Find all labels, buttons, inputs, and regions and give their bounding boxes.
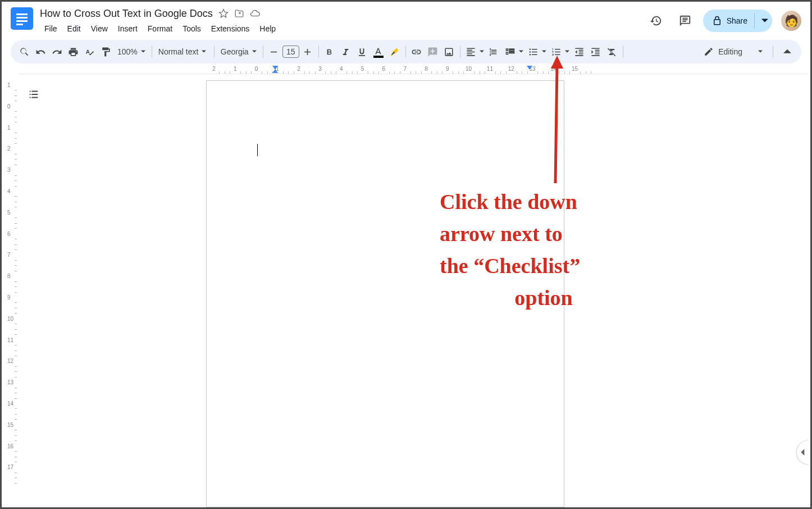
italic-icon[interactable] [338, 44, 354, 60]
lock-icon [712, 16, 722, 26]
paragraph-style-select[interactable]: Normal text [155, 47, 211, 56]
insert-comment-icon[interactable] [425, 44, 441, 60]
align-icon[interactable] [463, 44, 479, 60]
side-panel-toggle[interactable] [796, 440, 809, 465]
annotation-line: the “Checklist” [440, 250, 647, 282]
paragraph-style-value: Normal text [158, 47, 199, 56]
insert-image-icon[interactable] [441, 44, 457, 60]
bold-icon[interactable] [322, 44, 337, 60]
search-menus-icon[interactable] [16, 44, 32, 60]
highlight-icon[interactable] [387, 44, 403, 60]
zoom-select[interactable]: 100% [114, 47, 149, 56]
cloud-status-icon[interactable] [250, 8, 260, 19]
chevron-down-icon [141, 49, 145, 54]
history-icon[interactable] [645, 10, 667, 32]
insert-link-icon[interactable] [409, 44, 425, 60]
star-icon[interactable] [218, 8, 229, 19]
increase-font-icon[interactable] [300, 44, 316, 60]
header: How to Cross Out Text in Google Docs Fil… [2, 2, 810, 38]
zoom-value: 100% [117, 47, 138, 56]
checklist-dropdown-arrow[interactable] [517, 44, 525, 60]
print-icon[interactable] [65, 44, 81, 60]
document-title[interactable]: How to Cross Out Text in Google Docs [40, 8, 213, 20]
menu-view[interactable]: View [86, 22, 112, 35]
redo-icon[interactable] [49, 44, 65, 60]
spellcheck-icon[interactable] [81, 44, 97, 60]
increase-indent-icon[interactable] [588, 44, 604, 60]
font-select[interactable]: Georgia [217, 47, 260, 56]
align-dropdown-arrow[interactable] [478, 44, 486, 60]
menu-extensions[interactable]: Extensions [207, 22, 254, 35]
bulleted-list-dropdown-arrow[interactable] [540, 44, 548, 60]
underline-icon[interactable] [354, 44, 370, 60]
paint-format-icon[interactable] [98, 44, 113, 60]
decrease-indent-icon[interactable] [572, 44, 587, 60]
svg-point-2 [530, 53, 531, 55]
share-button[interactable]: Share [703, 10, 772, 32]
annotation-line: Click the down [440, 186, 647, 218]
annotation-line: arrow next to [440, 218, 647, 250]
avatar[interactable]: 🧑 [781, 11, 801, 31]
menu-tools[interactable]: Tools [178, 22, 206, 35]
annotation-text: Click the down arrow next to the “Checkl… [440, 186, 647, 314]
collapse-toolbar-icon[interactable] [779, 43, 796, 60]
chevron-down-icon [252, 49, 257, 54]
menu-help[interactable]: Help [255, 22, 280, 35]
title-area: How to Cross Out Text in Google Docs Fil… [40, 6, 645, 35]
chevron-down-icon [758, 49, 763, 54]
separator [773, 46, 773, 58]
text-cursor [257, 144, 258, 156]
horizontal-ruler[interactable]: 210123456789101112131415 [19, 65, 808, 74]
separator [152, 46, 152, 58]
menu-file[interactable]: File [40, 22, 62, 35]
menu-edit[interactable]: Edit [63, 22, 85, 35]
share-dropdown-arrow[interactable] [754, 13, 770, 29]
font-value: Georgia [221, 47, 249, 56]
pencil-icon [704, 47, 714, 57]
separator [623, 46, 623, 58]
font-size-input[interactable] [282, 46, 299, 58]
separator [263, 46, 263, 58]
clear-formatting-icon[interactable] [604, 44, 620, 60]
svg-point-1 [530, 51, 531, 53]
move-icon[interactable] [234, 8, 244, 19]
annotation-line: option [440, 282, 647, 314]
menu-bar: File Edit View Insert Format Tools Exten… [40, 22, 645, 35]
menu-insert[interactable]: Insert [113, 22, 142, 35]
editing-mode-label: Editing [718, 47, 742, 56]
document-outline-icon[interactable] [24, 85, 43, 104]
checklist-icon[interactable] [503, 44, 518, 60]
text-color-icon[interactable] [371, 44, 386, 60]
menu-format[interactable]: Format [143, 22, 177, 35]
numbered-list-dropdown-arrow[interactable] [563, 44, 571, 60]
separator [460, 46, 460, 58]
numbered-list-icon[interactable] [549, 44, 564, 60]
docs-logo-icon[interactable] [11, 7, 33, 30]
separator [318, 46, 319, 58]
separator [405, 46, 406, 58]
toolbar: 100% Normal text Georgia Editing [11, 40, 801, 63]
line-spacing-icon[interactable] [486, 44, 502, 60]
decrease-font-icon[interactable] [266, 44, 282, 60]
vertical-ruler[interactable]: 101234567891011121314151617 [4, 74, 19, 505]
svg-point-0 [530, 48, 531, 50]
editing-mode-button[interactable]: Editing [699, 47, 767, 57]
comments-icon[interactable] [674, 10, 696, 32]
separator [214, 46, 215, 58]
bulleted-list-icon[interactable] [526, 44, 541, 60]
chevron-down-icon [202, 49, 206, 54]
undo-icon[interactable] [33, 44, 48, 60]
share-label: Share [727, 16, 747, 25]
